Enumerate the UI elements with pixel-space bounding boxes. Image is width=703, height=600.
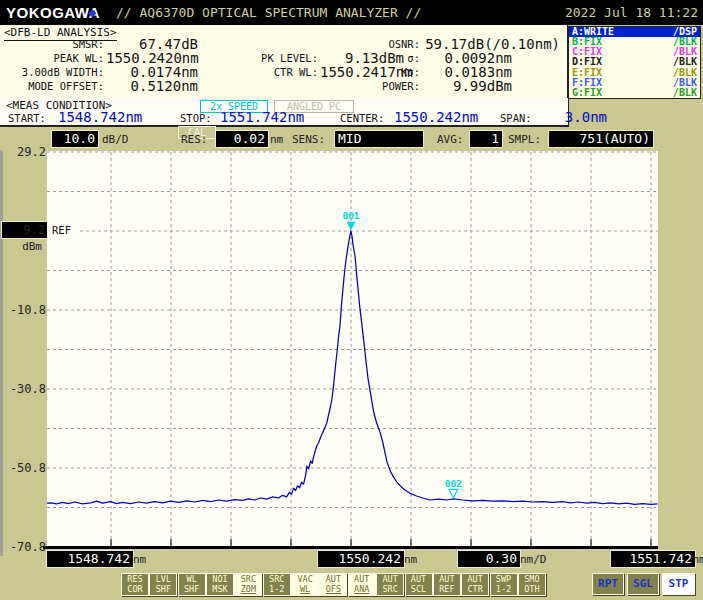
start-value: 1548.742nm [58, 110, 142, 125]
osnr-label: OSNR: [338, 37, 420, 51]
ksigma-label: Kσ: [338, 65, 420, 79]
softkey-aut-ctr[interactable]: AUTCTR [461, 573, 489, 596]
peak-wl-value: 1550.2420nm [106, 51, 198, 65]
xaxis-stop-readout: 1551.742 [611, 551, 695, 567]
softkey-wl-shf[interactable]: WLSHF [178, 573, 206, 596]
level-scale-readout: 10.0 [52, 131, 98, 147]
stop-value: 1551.742nm [220, 110, 304, 125]
softkey-swp-1-2[interactable]: SWP1-2 [490, 573, 518, 596]
mode-offset-value: 0.5120nm [106, 79, 198, 93]
softkey-src-1-2[interactable]: SRC1-2 [263, 573, 291, 596]
res-label: RES: [181, 133, 208, 147]
sens-readout: MID [335, 131, 423, 147]
softkey-aut-ref[interactable]: AUTREF [433, 573, 461, 596]
smpl-label: SMPL: [508, 133, 541, 147]
peak-marker-002-label: 002 [445, 478, 462, 489]
softkey-lvl-shf[interactable]: LVLSHF [149, 573, 177, 596]
xaxis-center-readout: 1550.242 [318, 551, 404, 567]
osnr-value: 59.17dB(/0.10nm) [424, 37, 560, 51]
xaxis-scale-readout: 0.30 [458, 551, 520, 567]
sens-label: SENS: [292, 133, 325, 147]
softkey-smo-oth[interactable]: SMOOTH [518, 573, 546, 596]
softkey-src-zom[interactable]: SRCZOM [234, 573, 262, 596]
sigma-label: σ: [338, 51, 420, 65]
ksigma-value: 0.0183nm [424, 65, 512, 79]
power-label: POWER: [338, 79, 420, 93]
xaxis-center-unit: nm [404, 553, 417, 566]
spectrum-plot: 001002 [47, 151, 658, 550]
app-title: // AQ6370D OPTICAL SPECTRUM ANALYZER // [116, 5, 421, 20]
softkey-aut-scl[interactable]: AUTSCL [405, 573, 433, 596]
softkey-bar: RPT SGL STP RESCORLVLSHFWLSHFNOIMSKSRCZO… [0, 573, 703, 595]
width-3db-value: 0.0174nm [106, 65, 198, 79]
trace-name: G:FIX [572, 88, 602, 98]
trace-name: D:FIX [572, 57, 602, 67]
sigma-value: 0.0092nm [424, 51, 512, 65]
left-edge-strip [0, 150, 3, 556]
start-label: START: [8, 111, 46, 126]
yokogawa-logo: YOKOGAWA [6, 4, 100, 21]
mode-offset-label: MODE OFFSET: [6, 79, 104, 93]
trace-row-g[interactable]: G:FIX/BLK [569, 88, 700, 98]
smpl-readout: 751(AUTO) [549, 131, 653, 147]
yaxis-top-label: 29.2 [0, 145, 46, 159]
softkey-vac-wl[interactable]: VACWL [291, 573, 319, 596]
yaxis-tick-4: -70.8 [0, 540, 46, 554]
softkey-stp[interactable]: STP [662, 573, 695, 595]
span-value: 3.0nm [545, 110, 607, 125]
softkey-aut-ofs[interactable]: AUTOFS [319, 573, 347, 596]
trace-status-panel: A:WRITE/DSPB:FIX/BLKC:FIX/BLKD:FIX/BLKE:… [568, 26, 701, 99]
titlebar: YOKOGAWA ◆ // AQ6370D OPTICAL SPECTRUM A… [0, 0, 703, 25]
smsr-label: SMSR: [6, 37, 104, 51]
stop-label: STOP: [180, 111, 212, 126]
peak-marker-001-label: 001 [342, 210, 359, 221]
xaxis-scale-unit: nm/D [520, 553, 547, 566]
avg-label: AVG: [437, 133, 464, 147]
softkey-sgl[interactable]: SGL [627, 573, 659, 595]
yaxis-tick-2: -30.8 [0, 382, 46, 396]
level-scale-unit: dB/D [102, 133, 129, 147]
xaxis-start-unit: nm [133, 553, 146, 566]
yaxis-tick-1: -10.8 [0, 303, 46, 317]
yaxis-unit: dBm [0, 240, 42, 253]
softkey-aut-src[interactable]: AUTSRC [376, 573, 404, 596]
ref-level-readout: 9.2 [2, 222, 48, 238]
ref-label: REF [52, 224, 71, 236]
span-label: SPAN: [500, 111, 532, 126]
softkey-rpt[interactable]: RPT [592, 573, 624, 595]
power-value: 9.99dBm [424, 79, 512, 93]
softkey-noi-msk[interactable]: NOIMSK [206, 573, 234, 596]
yaxis-tick-3: -50.8 [0, 461, 46, 475]
trace-mode: /BLK [673, 88, 697, 98]
smsr-value: 67.47dB [106, 37, 198, 51]
res-unit: nm [270, 133, 283, 147]
softkey-res-cor[interactable]: RESCOR [121, 573, 149, 596]
pk-level-label: PK LEVEL: [212, 51, 318, 65]
meas-condition-panel: <MEAS CONDITION> 2x SPEED ANGLED PC STAR… [0, 98, 569, 127]
res-readout: 0.02 [216, 131, 268, 147]
center-label: CENTER: [340, 111, 384, 126]
avg-readout: 1 [470, 131, 502, 147]
center-value: 1550.242nm [394, 110, 478, 125]
trace-mode: /BLK [673, 57, 697, 67]
osa-screen: YOKOGAWA ◆ // AQ6370D OPTICAL SPECTRUM A… [0, 0, 703, 600]
softkey-aut-ana[interactable]: AUTANA [348, 573, 376, 596]
xaxis-stop-unit: nm [693, 554, 703, 565]
dfb-ld-analysis-panel: <DFB-LD ANALYSIS> SMSR: 67.47dB OSNR: 59… [0, 25, 568, 100]
datetime: 2022 Jul 18 11:22 [565, 5, 698, 20]
xaxis-start-readout: 1548.742 [47, 551, 133, 567]
width-3db-label: 3.00dB WIDTH: [6, 65, 104, 79]
ctr-wl-label: CTR WL: [212, 65, 318, 79]
peak-wl-label: PEAK WL: [6, 51, 104, 65]
brand-diamond-icon: ◆ [88, 4, 96, 20]
